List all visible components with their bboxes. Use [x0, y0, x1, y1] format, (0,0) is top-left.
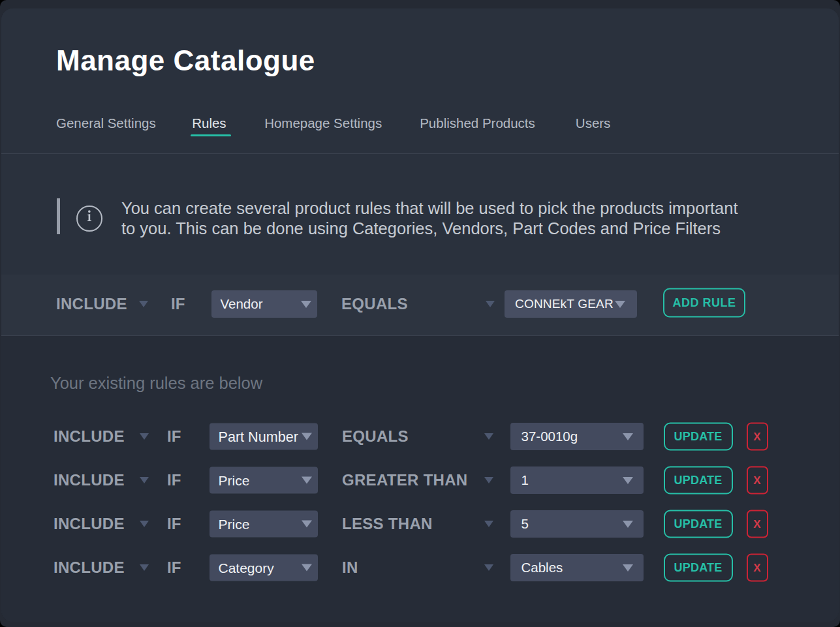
field-select-value: Price — [219, 516, 250, 532]
delete-rule-button[interactable]: X — [747, 554, 768, 582]
info-text-line2: to you. This can be done using Categorie… — [121, 219, 738, 239]
condition-dropdown-label[interactable]: LESS THAN — [342, 515, 433, 533]
field-select-value: Price — [219, 472, 250, 488]
include-dropdown-label[interactable]: INCLUDE — [54, 427, 125, 446]
chevron-down-icon — [623, 477, 633, 484]
field-select[interactable]: Part Number — [210, 423, 318, 450]
active-tab-underline — [191, 134, 230, 136]
tab-published-products[interactable]: Published Products — [420, 115, 535, 136]
info-icon — [76, 206, 102, 232]
value-select-value: Cables — [521, 560, 563, 575]
if-label: IF — [167, 558, 181, 577]
field-select-value: Vendor — [221, 296, 263, 312]
value-select[interactable]: CONNEkT GEAR — [505, 290, 637, 318]
chevron-down-icon[interactable] — [484, 477, 493, 483]
delete-rule-button[interactable]: X — [747, 510, 768, 538]
value-select[interactable]: 5 — [510, 510, 644, 538]
condition-dropdown-label[interactable]: EQUALS — [341, 295, 408, 313]
field-select[interactable]: Price — [210, 467, 318, 494]
chevron-down-icon[interactable] — [484, 433, 493, 440]
chevron-down-icon[interactable] — [140, 564, 149, 571]
if-label: IF — [167, 471, 181, 489]
tab-users[interactable]: Users — [576, 115, 611, 136]
existing-rules-heading: Your existing rules are below — [50, 374, 262, 393]
chevron-down-icon[interactable] — [139, 301, 148, 307]
chevron-down-icon[interactable] — [484, 521, 493, 527]
existing-rules-band: Your existing rules are below INCLUDE IF… — [1, 336, 839, 622]
chevron-down-icon — [302, 433, 312, 440]
update-rule-button[interactable]: UPDATE — [664, 554, 733, 582]
info-accent-bar — [57, 198, 60, 234]
condition-dropdown-label[interactable]: EQUALS — [342, 427, 409, 446]
field-select-value: Part Number — [219, 428, 298, 445]
delete-rule-button[interactable]: X — [747, 423, 768, 451]
chevron-down-icon[interactable] — [486, 301, 495, 307]
chevron-down-icon — [302, 477, 312, 484]
catalogue-card: Manage Catalogue General Settings Rules … — [1, 8, 839, 622]
tab-label: Rules — [192, 115, 226, 130]
include-dropdown-label[interactable]: INCLUDE — [56, 295, 127, 313]
field-select[interactable]: Category — [210, 555, 318, 581]
tab-label: Published Products — [420, 115, 535, 130]
chevron-down-icon — [623, 433, 633, 440]
value-select[interactable]: Cables — [510, 554, 644, 581]
chevron-down-icon — [301, 301, 311, 308]
tab-label: General Settings — [56, 115, 156, 130]
condition-dropdown-label[interactable]: GREATER THAN — [342, 471, 467, 489]
manage-catalogue-window: Manage Catalogue General Settings Rules … — [0, 0, 840, 627]
update-rule-button[interactable]: UPDATE — [664, 423, 733, 451]
update-rule-button[interactable]: UPDATE — [664, 466, 733, 495]
if-label: IF — [167, 515, 181, 533]
value-select-value: CONNEkT GEAR — [515, 297, 614, 311]
field-select-value: Category — [219, 560, 274, 575]
tab-bar: General Settings Rules Homepage Settings… — [56, 115, 610, 136]
chevron-down-icon[interactable] — [140, 433, 149, 440]
chevron-down-icon — [615, 301, 625, 308]
condition-dropdown-label[interactable]: IN — [342, 558, 358, 577]
tab-label: Homepage Settings — [264, 115, 382, 130]
chevron-down-icon — [302, 521, 312, 528]
value-select[interactable]: 1 — [510, 466, 644, 494]
include-dropdown-label[interactable]: INCLUDE — [54, 515, 125, 533]
chevron-down-icon — [623, 564, 633, 572]
include-dropdown-label[interactable]: INCLUDE — [54, 558, 125, 577]
page-title: Manage Catalogue — [56, 44, 315, 77]
header-band: Manage Catalogue General Settings Rules … — [1, 8, 839, 153]
tab-label: Users — [576, 115, 611, 130]
info-text-line1: You can create several product rules tha… — [121, 198, 738, 219]
delete-rule-button[interactable]: X — [747, 466, 768, 495]
update-rule-button[interactable]: UPDATE — [664, 510, 733, 538]
if-label: IF — [167, 427, 181, 446]
info-text: You can create several product rules tha… — [121, 198, 738, 239]
value-select-value: 1 — [521, 472, 529, 488]
add-rule-button[interactable]: ADD RULE — [663, 288, 745, 318]
tab-rules[interactable]: Rules — [192, 115, 226, 136]
chevron-down-icon[interactable] — [484, 564, 493, 571]
if-label: IF — [171, 295, 185, 313]
field-select[interactable]: Price — [210, 511, 318, 538]
tab-homepage-settings[interactable]: Homepage Settings — [264, 115, 382, 136]
info-icon-glyph — [86, 210, 93, 223]
chevron-down-icon[interactable] — [140, 477, 149, 483]
info-band: You can create several product rules tha… — [1, 154, 839, 275]
value-select-value: 37-0010g — [521, 429, 578, 444]
tab-general-settings[interactable]: General Settings — [56, 115, 156, 136]
chevron-down-icon — [302, 564, 312, 572]
chevron-down-icon — [623, 521, 633, 528]
value-select-value: 5 — [521, 516, 529, 532]
chevron-down-icon[interactable] — [140, 521, 149, 527]
field-select[interactable]: Vendor — [211, 290, 317, 318]
include-dropdown-label[interactable]: INCLUDE — [54, 471, 125, 489]
value-select[interactable]: 37-0010g — [510, 423, 644, 450]
